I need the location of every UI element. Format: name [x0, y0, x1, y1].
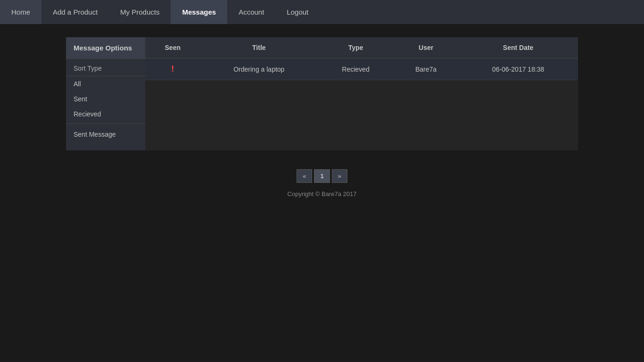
sent-message-button[interactable]: Sent Message: [66, 126, 145, 143]
pagination: « 1 »: [0, 169, 644, 183]
nav-my-products[interactable]: My Products: [109, 0, 171, 24]
cell-seen: !: [145, 58, 200, 80]
pagination-next[interactable]: »: [332, 169, 347, 183]
pagination-prev[interactable]: «: [297, 169, 312, 183]
pagination-current[interactable]: 1: [314, 169, 330, 183]
messages-table-area: Seen Title Type User Sent Date !Ordering…: [145, 37, 578, 150]
filter-recieved[interactable]: Recieved: [66, 107, 145, 122]
col-user: User: [394, 37, 458, 58]
nav-logout[interactable]: Logout: [275, 0, 320, 24]
nav-home[interactable]: Home: [0, 0, 41, 24]
footer: Copyright © Bare7a 2017: [0, 190, 644, 207]
nav-messages[interactable]: Messages: [171, 0, 227, 24]
sidebar-divider: [66, 123, 145, 124]
footer-text: Copyright © Bare7a 2017: [288, 190, 357, 197]
nav-account[interactable]: Account: [227, 0, 275, 24]
cell-title: Ordering a laptop: [200, 58, 318, 80]
navbar: Home Add a Product My Products Messages …: [0, 0, 644, 24]
cell-type: Recieved: [318, 58, 394, 80]
table-row[interactable]: !Ordering a laptopRecievedBare7a06-06-20…: [145, 58, 578, 80]
filter-sent[interactable]: Sent: [66, 91, 145, 107]
messages-table: Seen Title Type User Sent Date !Ordering…: [145, 37, 578, 80]
table-header-row: Seen Title Type User Sent Date: [145, 37, 578, 58]
col-title: Title: [200, 37, 318, 58]
cell-user: Bare7a: [394, 58, 458, 80]
nav-add-product[interactable]: Add a Product: [41, 0, 109, 24]
sidebar: Message Options Sort Type All Sent Recie…: [66, 37, 145, 150]
col-type: Type: [318, 37, 394, 58]
sidebar-title: Message Options: [66, 37, 145, 59]
main-content: Message Options Sort Type All Sent Recie…: [0, 24, 644, 150]
sort-type-label: Sort Type: [66, 59, 145, 76]
col-sent-date: Sent Date: [458, 37, 578, 58]
col-seen: Seen: [145, 37, 200, 58]
cell-sent-date: 06-06-2017 18:38: [458, 58, 578, 80]
filter-all[interactable]: All: [66, 76, 145, 91]
